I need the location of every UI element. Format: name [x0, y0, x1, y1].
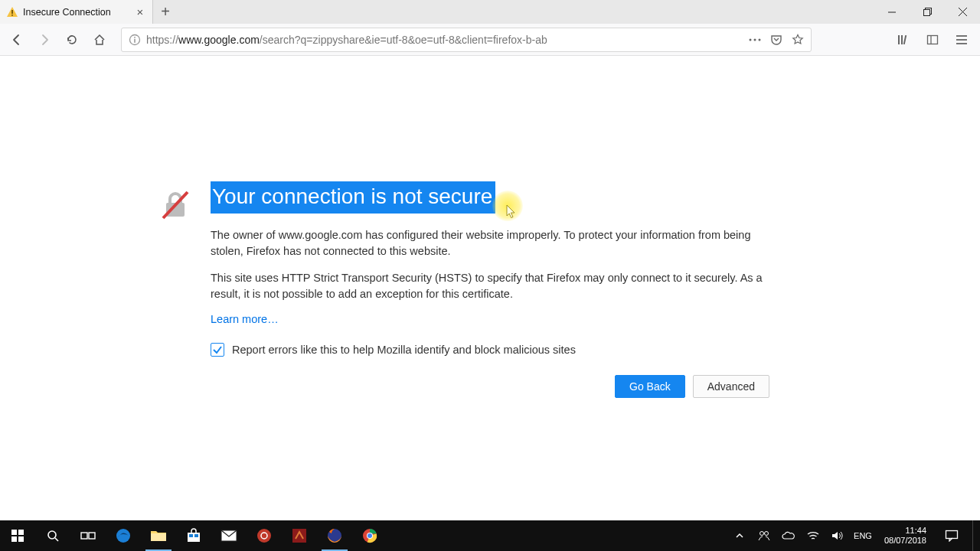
taskbar-firefox-icon[interactable] [317, 520, 352, 551]
url-bar[interactable]: https://www.google.com/search?q=zippysha… [121, 28, 812, 52]
error-heading: Your connection is not secure [211, 181, 495, 214]
url-proto: https:// [146, 34, 178, 46]
advanced-button[interactable]: Advanced [693, 375, 769, 398]
action-center-icon[interactable] [939, 520, 965, 551]
search-button[interactable] [35, 520, 70, 551]
tray-time: 11:44 [884, 526, 926, 536]
svg-rect-15 [903, 34, 906, 44]
svg-rect-46 [946, 531, 958, 539]
window-close-button[interactable] [945, 0, 980, 24]
svg-point-27 [48, 531, 56, 539]
svg-rect-0 [11, 10, 13, 14]
svg-rect-13 [898, 35, 900, 44]
tray-network-icon[interactable] [805, 520, 822, 551]
go-back-button[interactable]: Go Back [615, 375, 685, 398]
svg-rect-8 [134, 37, 136, 38]
insecure-lock-icon [157, 186, 194, 226]
svg-point-12 [759, 38, 761, 41]
new-tab-button[interactable]: + [155, 1, 176, 22]
svg-point-37 [257, 529, 271, 543]
back-button[interactable] [5, 28, 29, 52]
warning-favicon-icon [6, 6, 18, 18]
titlebar: Insecure Connection × + [0, 0, 980, 24]
svg-rect-24 [18, 530, 24, 535]
browser-tab[interactable]: Insecure Connection × [0, 0, 153, 24]
taskbar-edge-icon[interactable] [106, 520, 141, 551]
taskbar-chrome-icon[interactable] [352, 520, 387, 551]
svg-rect-4 [923, 10, 929, 16]
app-menu-button[interactable] [949, 28, 974, 52]
svg-rect-25 [11, 536, 17, 542]
cursor-highlight [492, 191, 523, 221]
pocket-icon[interactable] [768, 31, 785, 48]
url-path: /search?q=zippyshare&ie=utf-8&oe=utf-8&c… [260, 34, 547, 46]
window-controls [874, 0, 980, 24]
report-errors-checkbox[interactable] [211, 343, 224, 357]
svg-rect-14 [901, 35, 903, 44]
home-button[interactable] [87, 28, 112, 52]
library-icon[interactable] [891, 28, 916, 52]
taskbar-mail-icon[interactable] [211, 520, 247, 551]
learn-more-link[interactable]: Learn more… [211, 313, 279, 325]
forward-button[interactable] [32, 28, 57, 52]
tray-volume-icon[interactable] [829, 520, 846, 551]
svg-line-28 [55, 538, 58, 541]
taskbar-file-explorer-icon[interactable] [141, 520, 176, 551]
svg-point-10 [750, 38, 752, 41]
tray-overflow-icon[interactable] [731, 520, 748, 551]
svg-rect-32 [151, 533, 166, 541]
tray-clock[interactable]: 11:44 08/07/2018 [880, 526, 931, 545]
svg-point-11 [754, 38, 756, 41]
navigation-toolbar: https://www.google.com/search?q=zippysha… [0, 24, 980, 56]
tab-close-button[interactable]: × [134, 6, 146, 18]
page-content: Your connection is not secure The owner … [0, 56, 980, 520]
windows-taskbar: ENG 11:44 08/07/2018 [0, 520, 980, 551]
mouse-cursor-icon [506, 204, 517, 220]
tray-onedrive-icon[interactable] [780, 520, 797, 551]
window-minimize-button[interactable] [874, 0, 910, 24]
svg-rect-16 [928, 35, 938, 44]
svg-point-45 [765, 532, 769, 536]
window-restore-button[interactable] [910, 0, 945, 24]
url-host: www.google.com [178, 34, 260, 46]
svg-point-31 [116, 529, 130, 543]
tray-date: 08/07/2018 [884, 536, 926, 546]
report-errors-label: Report errors like this to help Mozilla … [232, 344, 576, 356]
site-identity-icon[interactable] [126, 31, 143, 48]
svg-point-43 [368, 533, 372, 538]
page-actions-button[interactable] [746, 31, 763, 48]
taskbar-app-icon-2[interactable] [282, 520, 317, 551]
svg-rect-34 [189, 534, 193, 537]
start-button[interactable] [0, 520, 35, 551]
svg-rect-26 [18, 536, 24, 542]
task-view-button[interactable] [70, 520, 106, 551]
svg-rect-1 [11, 15, 13, 16]
svg-rect-35 [194, 534, 198, 537]
error-paragraph-2: This site uses HTTP Strict Transport Sec… [211, 270, 777, 302]
show-desktop-button[interactable] [972, 520, 977, 551]
taskbar-app-icon-1[interactable] [247, 520, 282, 551]
tray-people-icon[interactable] [756, 520, 773, 551]
error-paragraph-1: The owner of www.google.com has configur… [211, 227, 777, 259]
reload-button[interactable] [60, 28, 84, 52]
bookmark-star-icon[interactable] [789, 31, 806, 48]
svg-rect-9 [134, 38, 136, 42]
taskbar-store-icon[interactable] [176, 520, 211, 551]
sidebar-icon[interactable] [920, 28, 945, 52]
tab-title: Insecure Connection [23, 7, 134, 18]
url-text: https://www.google.com/search?q=zippysha… [146, 34, 742, 46]
svg-rect-23 [11, 530, 17, 535]
svg-rect-30 [89, 533, 95, 539]
tray-language[interactable]: ENG [854, 531, 872, 540]
svg-point-44 [760, 532, 764, 536]
system-tray: ENG 11:44 08/07/2018 [731, 520, 980, 551]
svg-rect-29 [81, 533, 87, 539]
